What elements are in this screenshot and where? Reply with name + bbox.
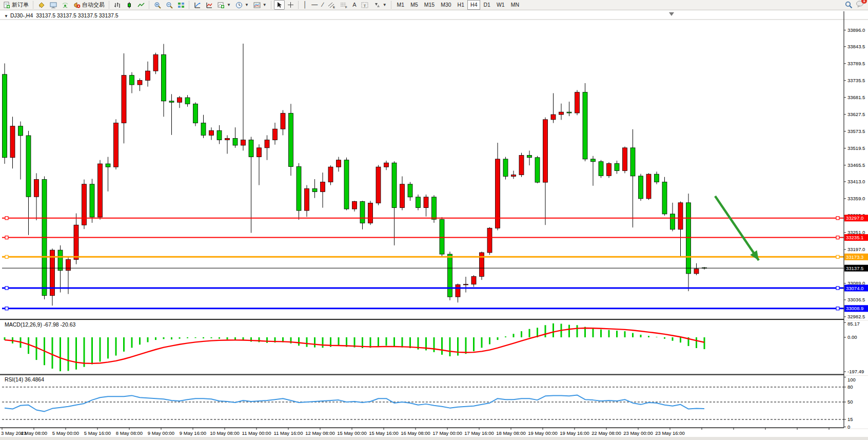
candle[interactable]	[662, 182, 667, 214]
candle[interactable]	[551, 114, 556, 120]
candle[interactable]	[265, 140, 269, 148]
new-order-button[interactable]: 新订单	[1, 0, 31, 10]
chat-button[interactable]: 1	[856, 0, 864, 10]
candle[interactable]	[456, 284, 460, 297]
candle[interactable]	[257, 148, 262, 157]
line-handle[interactable]	[5, 217, 8, 220]
timeframe-button-MN[interactable]: MN	[508, 0, 522, 10]
candle[interactable]	[527, 156, 532, 158]
candle[interactable]	[312, 188, 317, 192]
candle[interactable]	[34, 180, 39, 197]
trendline-tool-button[interactable]: ∕	[320, 0, 325, 10]
candle[interactable]	[646, 174, 651, 199]
candle[interactable]	[225, 139, 230, 140]
candle[interactable]	[694, 269, 699, 274]
channel-tool-button[interactable]: E	[326, 0, 338, 10]
candle[interactable]	[185, 98, 190, 104]
zoom-in-button[interactable]	[152, 0, 163, 10]
cursor-tool-button[interactable]	[274, 0, 285, 10]
candle[interactable]	[337, 160, 341, 167]
candle[interactable]	[686, 203, 691, 274]
candle[interactable]	[511, 175, 516, 176]
candle[interactable]	[678, 203, 683, 229]
candle[interactable]	[384, 163, 389, 167]
candle[interactable]	[10, 126, 15, 158]
signals-button[interactable]	[60, 0, 71, 10]
arrows-tool-button[interactable]: ▼	[371, 0, 389, 10]
candle[interactable]	[623, 148, 627, 171]
candle[interactable]	[615, 163, 619, 170]
candle[interactable]	[424, 197, 428, 208]
candle[interactable]	[217, 130, 222, 140]
line-handle[interactable]	[5, 236, 8, 239]
candle[interactable]	[177, 98, 182, 102]
market-watch-button[interactable]	[48, 0, 59, 10]
candle[interactable]	[575, 92, 580, 113]
timeframe-button-M5[interactable]: M5	[407, 0, 421, 10]
candle[interactable]	[74, 225, 78, 259]
candle[interactable]	[440, 219, 444, 254]
line-handle[interactable]	[836, 307, 839, 310]
candle[interactable]	[18, 126, 23, 136]
candle[interactable]	[591, 159, 596, 162]
candle[interactable]	[567, 112, 571, 113]
line-handle[interactable]	[5, 255, 8, 258]
candle[interactable]	[130, 75, 134, 85]
candle[interactable]	[432, 197, 437, 219]
candlestick-button[interactable]	[124, 0, 135, 10]
crosshair-tool-button[interactable]	[285, 0, 296, 10]
vertical-line-tool-button[interactable]: │	[301, 0, 309, 10]
candle[interactable]	[352, 201, 357, 209]
candle[interactable]	[464, 284, 468, 285]
strategy-tester-button[interactable]	[192, 0, 203, 10]
text-label-tool-button[interactable]: T	[359, 0, 371, 10]
text-tool-button[interactable]: A	[350, 0, 358, 10]
chart-dropdown-icon[interactable]: ▼	[4, 14, 8, 18]
candle[interactable]	[639, 176, 643, 199]
candle[interactable]	[543, 120, 548, 182]
candle[interactable]	[655, 174, 659, 182]
add-indicator-button[interactable]: ▼	[215, 0, 233, 10]
candle[interactable]	[599, 162, 603, 176]
line-handle[interactable]	[836, 236, 839, 239]
indicator-window-button[interactable]	[204, 0, 215, 10]
candle[interactable]	[408, 184, 412, 197]
candle[interactable]	[114, 123, 119, 167]
candle[interactable]	[82, 184, 87, 225]
zoom-out-button[interactable]	[164, 0, 175, 10]
candle[interactable]	[289, 113, 293, 167]
candle[interactable]	[281, 113, 285, 129]
candle[interactable]	[90, 184, 94, 217]
candle[interactable]	[273, 129, 278, 140]
candle[interactable]	[3, 74, 7, 158]
candle[interactable]	[400, 184, 405, 208]
candle[interactable]	[471, 276, 476, 284]
candle[interactable]	[241, 140, 246, 145]
candle[interactable]	[328, 167, 333, 182]
candle[interactable]	[392, 163, 397, 207]
line-handle[interactable]	[5, 307, 8, 310]
line-handle[interactable]	[836, 286, 839, 290]
candle[interactable]	[201, 123, 206, 136]
styler-button[interactable]	[36, 0, 47, 10]
period-button[interactable]: ▼	[233, 0, 251, 10]
candle[interactable]	[66, 259, 71, 270]
timeframe-button-H4[interactable]: H4	[467, 0, 480, 10]
candle[interactable]	[153, 54, 158, 71]
candle[interactable]	[249, 140, 253, 157]
timeframe-button-D1[interactable]: D1	[480, 0, 493, 10]
candle[interactable]	[26, 136, 31, 197]
template-button[interactable]: ▼	[251, 0, 269, 10]
timeframe-button-W1[interactable]: W1	[494, 0, 508, 10]
timeframe-button-H1[interactable]: H1	[455, 0, 467, 10]
candle[interactable]	[368, 203, 373, 223]
candle[interactable]	[535, 158, 540, 182]
candle[interactable]	[416, 197, 421, 208]
timeframe-button-M30[interactable]: M30	[438, 0, 454, 10]
candle[interactable]	[137, 80, 142, 85]
candle[interactable]	[193, 104, 198, 123]
autotrade-button[interactable]: 自动交易	[71, 0, 107, 10]
candle[interactable]	[98, 164, 103, 217]
candle[interactable]	[58, 250, 63, 271]
candle[interactable]	[607, 163, 611, 176]
